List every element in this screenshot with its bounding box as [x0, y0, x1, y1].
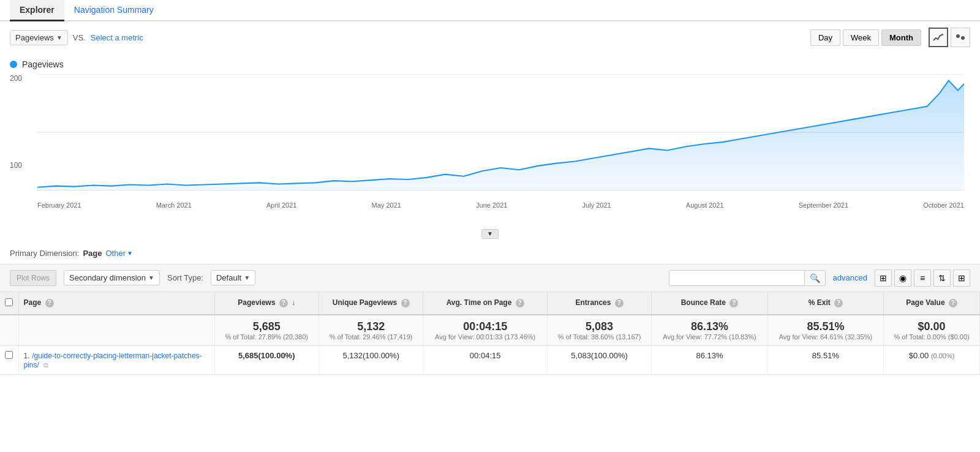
metric-dropdown-arrow: ▼: [56, 34, 62, 41]
pct-exit-header-label: % Exit: [809, 298, 831, 307]
total-unique-pv-value: 5,132: [324, 320, 418, 333]
primary-dimension-page: Page: [83, 249, 102, 258]
pie-view-button[interactable]: ◉: [894, 269, 911, 287]
primary-dimension-label: Primary Dimension:: [10, 249, 79, 258]
total-checkbox-cell: [0, 315, 18, 346]
primary-dimension-other[interactable]: Other ▼: [106, 249, 133, 258]
row1-page-value-cell: $0.00 (0.00%): [884, 345, 980, 374]
pivot-view-button[interactable]: ⊞: [953, 269, 970, 287]
y-label-200: 200: [10, 74, 34, 83]
tab-navigation-summary[interactable]: Navigation Summary: [64, 0, 164, 21]
total-unique-pageviews-cell: 5,132 % of Total: 29.46% (17,419): [318, 315, 423, 346]
row1-unique-pv-cell: 5,132(100.00%): [318, 345, 423, 374]
metric-selector-left: Pageviews ▼ VS. Select a metric: [10, 30, 143, 45]
x-axis-labels: February 2021 March 2021 April 2021 May …: [37, 202, 964, 209]
search-button[interactable]: 🔍: [804, 271, 825, 285]
legend-dot: [10, 61, 17, 68]
x-label-jul: July 2021: [582, 202, 611, 209]
secondary-dimension-arrow-icon: ▼: [148, 274, 154, 281]
avg-time-help-icon[interactable]: ?: [516, 299, 524, 307]
bounce-rate-column-header: Bounce Rate ?: [652, 292, 767, 315]
total-bounce-rate-value: 86.13%: [657, 320, 762, 333]
advanced-link[interactable]: advanced: [833, 273, 867, 282]
line-chart-icon[interactable]: [929, 28, 948, 47]
legend-label: Pageviews: [22, 59, 64, 69]
search-input[interactable]: [669, 271, 804, 285]
row1-bounce-rate-cell: 86.13%: [652, 345, 767, 374]
row1-entrances-cell: 5,083(100.00%): [547, 345, 651, 374]
row1-bounce-rate-value: 86.13%: [696, 351, 723, 360]
row1-avg-time-cell: 00:04:15: [423, 345, 547, 374]
row1-entrances-value: 5,083(100.00%): [571, 351, 628, 360]
chart-collapse-button[interactable]: ▼: [481, 229, 499, 239]
metric-dropdown[interactable]: Pageviews ▼: [10, 30, 68, 45]
y-axis-labels: 200 100: [10, 74, 34, 209]
row1-avg-time-value: 00:04:15: [470, 351, 501, 360]
select-all-checkbox[interactable]: [5, 298, 13, 306]
pageviews-sort-icon[interactable]: ↓: [292, 298, 295, 307]
total-pageviews-value: 5,685: [220, 320, 314, 333]
row1-page-link[interactable]: /guide-to-correctly-placing-letterman-ja…: [24, 352, 202, 369]
total-page-cell: [18, 315, 214, 346]
page-value-header-label: Page Value: [906, 298, 944, 307]
comparison-view-button[interactable]: ⇅: [933, 269, 951, 287]
svg-point-0: [956, 34, 960, 38]
entrances-header-label: Entrances: [575, 298, 611, 307]
page-value-help-icon[interactable]: ?: [949, 299, 957, 307]
total-bounce-rate-sub: Avg for View: 77.72% (10.83%): [657, 333, 762, 341]
row1-pct-exit-cell: 85.51%: [767, 345, 883, 374]
list-view-button[interactable]: ≡: [914, 269, 931, 287]
row1-unique-pv-value: 5,132(100.00%): [342, 351, 399, 360]
unique-pv-help-icon[interactable]: ?: [401, 299, 410, 307]
page-column-header: Page ?: [18, 292, 214, 315]
total-page-value-cell: $0.00 % of Total: 0.00% ($0.00): [884, 315, 980, 346]
metric-label: Pageviews: [15, 33, 54, 42]
avg-time-column-header: Avg. Time on Page ?: [423, 292, 547, 315]
time-period-buttons: Day Week Month: [810, 28, 970, 47]
total-bounce-rate-cell: 86.13% Avg for View: 77.72% (10.83%): [652, 315, 767, 346]
page-value-column-header: Page Value ?: [884, 292, 980, 315]
row1-checkbox-cell[interactable]: [0, 345, 18, 374]
bounce-rate-header-label: Bounce Rate: [681, 298, 726, 307]
entrances-column-header: Entrances ?: [547, 292, 651, 315]
grid-view-button[interactable]: ⊞: [875, 269, 892, 287]
table-controls-bar: Plot Rows Secondary dimension ▼ Sort Typ…: [0, 264, 980, 292]
week-button[interactable]: Week: [843, 29, 879, 46]
total-avg-time-value: 00:04:15: [428, 320, 541, 333]
pageviews-help-icon[interactable]: ?: [279, 299, 288, 307]
vs-label: VS.: [73, 33, 86, 42]
table-total-row: 5,685 % of Total: 27.89% (20,380) 5,132 …: [0, 315, 980, 346]
row1-checkbox[interactable]: [5, 351, 13, 359]
primary-dimension-bar: Primary Dimension: Page Other ▼: [0, 243, 980, 264]
x-label-sep: September 2021: [799, 202, 848, 209]
secondary-dimension-dropdown[interactable]: Secondary dimension ▼: [64, 270, 160, 285]
month-button[interactable]: Month: [881, 29, 921, 46]
day-button[interactable]: Day: [810, 29, 840, 46]
chart-view-icons: [929, 28, 970, 47]
entrances-help-icon[interactable]: ?: [615, 299, 624, 307]
sort-dropdown-arrow-icon: ▼: [244, 274, 250, 281]
total-pageviews-sub: % of Total: 27.89% (20,380): [220, 333, 314, 341]
sort-type-dropdown[interactable]: Default ▼: [211, 270, 255, 285]
tab-explorer[interactable]: Explorer: [10, 0, 64, 21]
bounce-rate-help-icon[interactable]: ?: [729, 299, 738, 307]
total-page-value-sub: % of Total: 0.00% ($0.00): [889, 333, 974, 341]
row1-copy-icon[interactable]: ⧉: [43, 361, 48, 369]
page-help-icon[interactable]: ?: [45, 299, 54, 307]
chart-area: Pageviews 200 100: [0, 53, 980, 225]
svg-point-1: [961, 36, 965, 40]
pct-exit-help-icon[interactable]: ?: [834, 299, 843, 307]
plot-rows-button[interactable]: Plot Rows: [10, 270, 56, 286]
checkbox-header[interactable]: [0, 292, 18, 315]
select-metric-link[interactable]: Select a metric: [91, 33, 143, 42]
total-avg-time-cell: 00:04:15 Avg for View: 00:01:33 (173.46%…: [423, 315, 547, 346]
scatter-chart-icon[interactable]: [951, 28, 970, 47]
table-view-icons: ⊞ ◉ ≡ ⇅ ⊞: [875, 269, 970, 287]
row1-page-value-value: $0.00: [909, 351, 929, 360]
pageviews-column-header: Pageviews ? ↓: [214, 292, 318, 315]
total-pct-exit-cell: 85.51% Avg for View: 64.61% (32.35%): [767, 315, 883, 346]
row1-pct-exit-value: 85.51%: [812, 351, 839, 360]
chart-legend: Pageviews: [10, 59, 970, 69]
x-label-may: May 2021: [372, 202, 401, 209]
y-label-100: 100: [10, 161, 34, 170]
